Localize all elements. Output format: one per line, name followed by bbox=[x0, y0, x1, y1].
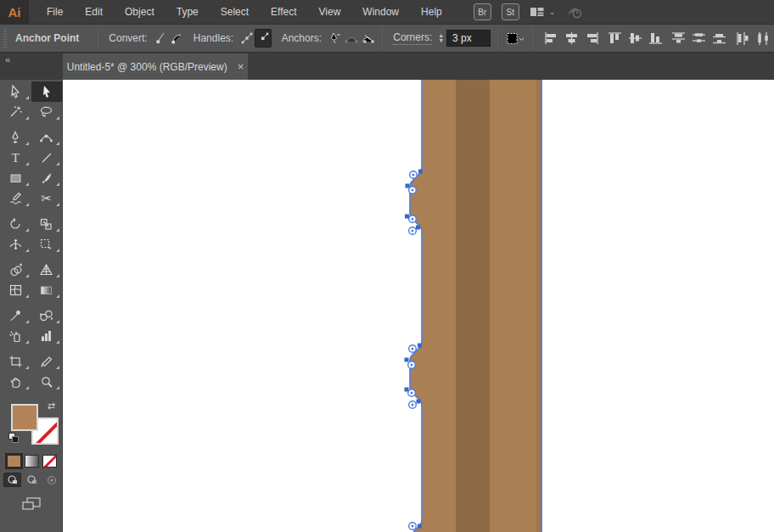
scissors-tool[interactable]: ✂ bbox=[31, 188, 63, 209]
shape-builder-icon bbox=[8, 263, 23, 277]
menu-bar: Ai File Edit Object Type Select Effect V… bbox=[0, 0, 774, 25]
bridge-button[interactable]: Br bbox=[474, 3, 491, 20]
align-top-icon[interactable] bbox=[608, 31, 622, 45]
type-icon: T bbox=[12, 151, 20, 165]
stock-button[interactable]: St bbox=[502, 3, 519, 20]
distribute-horizontal-center-icon[interactable] bbox=[755, 31, 770, 45]
pen-tool[interactable] bbox=[0, 127, 31, 148]
menu-file[interactable]: File bbox=[36, 0, 74, 24]
hand-tool[interactable] bbox=[0, 372, 31, 392]
color-button[interactable] bbox=[7, 455, 21, 468]
separator bbox=[98, 28, 98, 48]
menu-edit[interactable]: Edit bbox=[74, 0, 114, 24]
rotate-icon bbox=[8, 217, 22, 231]
align-left-icon[interactable] bbox=[544, 31, 558, 45]
menu-help[interactable]: Help bbox=[410, 0, 453, 24]
corners-stepper[interactable]: ▲ ▼ bbox=[437, 33, 445, 43]
curvature-tool[interactable] bbox=[31, 127, 63, 148]
selection-tool[interactable] bbox=[0, 81, 31, 102]
perspective-grid-tool[interactable] bbox=[31, 260, 63, 280]
screen-mode-icon bbox=[20, 496, 42, 512]
menu-window[interactable]: Window bbox=[351, 0, 410, 24]
selection-arrow-icon bbox=[8, 85, 22, 99]
align-right-icon[interactable] bbox=[585, 31, 599, 45]
menu-object[interactable]: Object bbox=[114, 0, 165, 24]
symbol-sprayer-tool[interactable] bbox=[0, 326, 31, 346]
lasso-tool[interactable] bbox=[31, 102, 63, 122]
mesh-tool[interactable] bbox=[0, 280, 31, 300]
draw-behind-button[interactable] bbox=[23, 473, 41, 487]
swap-fill-stroke-icon[interactable]: ⇄ bbox=[48, 400, 55, 412]
eyedropper-tool[interactable] bbox=[0, 305, 31, 326]
menu-view[interactable]: View bbox=[308, 0, 352, 24]
align-bottom-icon[interactable] bbox=[648, 31, 663, 45]
collapse-panel-button[interactable]: « bbox=[5, 54, 9, 64]
control-bar: Anchor Point Convert: Handles: Anchors: bbox=[0, 25, 774, 53]
paintbrush-tool[interactable] bbox=[31, 168, 63, 188]
select-similar-options-button[interactable] bbox=[505, 29, 525, 48]
chevron-down-icon: ⌄ bbox=[549, 8, 556, 16]
align-horizontal-center-icon[interactable] bbox=[564, 31, 579, 45]
menu-effect[interactable]: Effect bbox=[260, 0, 307, 24]
document-tab[interactable]: Untitled-5* @ 300% (RGB/Preview) × bbox=[63, 53, 248, 80]
draw-normal-button[interactable] bbox=[3, 473, 21, 487]
lasso-icon bbox=[39, 105, 53, 119]
type-tool[interactable]: T bbox=[0, 148, 31, 168]
free-transform-tool[interactable] bbox=[31, 234, 63, 255]
show-handles-button[interactable] bbox=[238, 29, 255, 48]
change-screen-mode-button[interactable] bbox=[20, 496, 42, 512]
rectangle-tool[interactable] bbox=[0, 168, 31, 188]
slice-tool[interactable] bbox=[31, 351, 63, 372]
drawing-mode-buttons bbox=[0, 468, 62, 487]
magic-wand-tool[interactable] bbox=[0, 102, 31, 122]
artboard-tool[interactable] bbox=[0, 351, 31, 372]
width-tool[interactable] bbox=[0, 234, 31, 255]
blend-tool[interactable] bbox=[31, 305, 63, 326]
symbol-sprayer-icon bbox=[8, 329, 23, 344]
scale-tool[interactable] bbox=[31, 214, 63, 234]
distribute-bottom-icon[interactable] bbox=[712, 31, 726, 45]
anchors-label: Anchors: bbox=[282, 32, 322, 44]
control-bar-grip[interactable] bbox=[3, 29, 7, 48]
menu-select[interactable]: Select bbox=[210, 0, 260, 24]
line-segment-tool[interactable] bbox=[31, 148, 63, 168]
connect-endpoints-icon bbox=[360, 31, 375, 45]
none-button[interactable] bbox=[42, 455, 57, 468]
distribute-top-icon[interactable] bbox=[671, 31, 686, 45]
remove-anchor-button[interactable] bbox=[327, 29, 343, 48]
distribute-vertical-center-icon[interactable] bbox=[692, 31, 706, 45]
column-graph-tool[interactable] bbox=[31, 326, 63, 346]
hide-handles-button[interactable] bbox=[255, 29, 271, 48]
convert-to-smooth-button[interactable] bbox=[169, 29, 185, 48]
corners-label[interactable]: Corners: bbox=[393, 31, 432, 45]
close-icon[interactable]: × bbox=[238, 60, 244, 73]
zoom-tool[interactable] bbox=[31, 372, 63, 392]
shaper-tool[interactable] bbox=[0, 188, 31, 209]
draw-inside-button[interactable] bbox=[42, 473, 60, 487]
connect-endpoints-button[interactable] bbox=[359, 29, 375, 48]
edge-stripe bbox=[536, 80, 541, 532]
stepper-down-icon[interactable]: ▼ bbox=[437, 38, 445, 43]
blend-icon bbox=[39, 309, 53, 322]
shape-builder-tool[interactable] bbox=[0, 260, 31, 280]
convert-to-corner-button[interactable] bbox=[153, 29, 169, 48]
artboard-canvas[interactable] bbox=[63, 80, 774, 532]
magic-wand-icon bbox=[8, 105, 22, 119]
fill-swatch[interactable] bbox=[11, 404, 38, 431]
gradient-tool[interactable] bbox=[31, 280, 63, 300]
cut-path-button[interactable] bbox=[343, 29, 359, 48]
gradient-button[interactable] bbox=[25, 455, 39, 468]
corners-input[interactable] bbox=[446, 30, 491, 47]
gpu-performance-icon[interactable] bbox=[565, 4, 584, 20]
column-graph-icon bbox=[39, 329, 53, 343]
width-icon bbox=[8, 238, 23, 251]
distribute-buttons-horizontal bbox=[735, 31, 770, 45]
default-fill-stroke-icon[interactable] bbox=[8, 433, 20, 444]
workspace-switcher[interactable]: ⌄ bbox=[530, 6, 556, 18]
distribute-buttons-vertical bbox=[671, 31, 726, 45]
menu-type[interactable]: Type bbox=[165, 0, 210, 24]
align-vertical-center-icon[interactable] bbox=[628, 31, 642, 45]
direct-selection-tool[interactable] bbox=[31, 81, 63, 102]
distribute-left-icon[interactable] bbox=[735, 31, 749, 45]
rotate-tool[interactable] bbox=[0, 214, 31, 234]
